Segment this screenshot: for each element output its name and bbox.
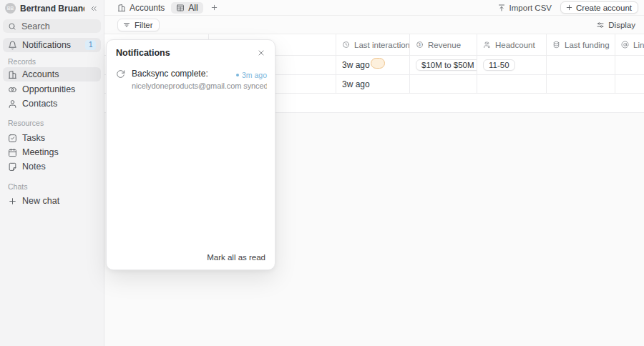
unread-dot-icon bbox=[236, 74, 239, 76]
people-icon bbox=[483, 41, 491, 49]
view-toolbar: Filter Display bbox=[104, 16, 644, 34]
sidebar-item-tasks[interactable]: Tasks bbox=[3, 131, 101, 145]
plus-icon bbox=[210, 4, 218, 11]
cell-last-funding[interactable] bbox=[547, 75, 615, 93]
popup-title: Notifications bbox=[116, 48, 255, 58]
mark-all-read-button[interactable]: Mark all as read bbox=[207, 253, 265, 262]
sidebar-item-contacts[interactable]: Contacts bbox=[3, 97, 101, 111]
close-icon[interactable] bbox=[255, 47, 267, 59]
tab-bar: Accounts All Import CSV bbox=[104, 0, 644, 16]
sidebar-item-accounts[interactable]: Accounts bbox=[3, 67, 101, 81]
column-header-last-funding[interactable]: Last funding bbox=[547, 34, 615, 55]
sidebar-item-label: New chat bbox=[22, 196, 59, 206]
column-label: LinkedIn bbox=[633, 41, 644, 49]
cell-linkedin[interactable] bbox=[615, 56, 644, 74]
sidebar-item-opportunities[interactable]: Opportunities bbox=[3, 82, 101, 97]
hidden-domain-pill bbox=[371, 58, 385, 69]
sidebar-item-label: Notes bbox=[22, 162, 46, 172]
column-label: Last funding bbox=[565, 41, 610, 49]
table-grid-icon bbox=[176, 4, 185, 12]
calendar-icon bbox=[8, 148, 17, 157]
circles-icon bbox=[8, 85, 17, 94]
sidebar-item-label: Meetings bbox=[22, 147, 59, 157]
sidebar-item-label: Notifications bbox=[22, 40, 71, 50]
search-input[interactable]: Search bbox=[3, 19, 101, 33]
sliders-icon bbox=[596, 21, 605, 29]
headcount-pill: 11-50 bbox=[483, 59, 515, 71]
sidebar-item-notes[interactable]: Notes bbox=[3, 159, 101, 174]
time-label: 3m ago bbox=[242, 71, 267, 79]
clock-icon bbox=[342, 41, 350, 49]
column-header-linkedin[interactable]: LinkedIn bbox=[615, 34, 644, 55]
notifications-badge: 1 bbox=[85, 40, 96, 50]
tab-accounts[interactable]: Accounts bbox=[117, 3, 165, 13]
filter-label: Filter bbox=[135, 21, 153, 29]
sidebar-item-meetings[interactable]: Meetings bbox=[3, 145, 101, 159]
sidebar: BB Bertrand Bruandet Search Notification… bbox=[0, 0, 104, 346]
column-label: Last interaction bbox=[354, 41, 410, 49]
search-icon bbox=[8, 22, 16, 31]
display-button[interactable]: Display bbox=[596, 21, 635, 29]
import-csv-button[interactable]: Import CSV bbox=[497, 4, 552, 12]
cell-revenue[interactable]: $10M to $50M bbox=[410, 56, 477, 74]
sidebar-item-notifications[interactable]: Notifications 1 bbox=[3, 38, 101, 52]
plus-icon bbox=[565, 4, 573, 11]
sidebar-item-label: Contacts bbox=[22, 99, 57, 109]
tab-label: All bbox=[188, 3, 197, 13]
cell-last-interaction[interactable]: 3w ago bbox=[336, 75, 410, 93]
import-icon bbox=[497, 4, 506, 12]
section-label-resources: Resources bbox=[3, 118, 101, 127]
cell-linkedin[interactable] bbox=[615, 75, 644, 93]
filter-lines-icon bbox=[122, 21, 131, 29]
note-icon bbox=[8, 162, 17, 172]
cell-headcount[interactable]: 11-50 bbox=[477, 56, 547, 74]
chevrons-left-icon bbox=[89, 4, 98, 13]
import-csv-label: Import CSV bbox=[509, 4, 552, 12]
tab-actions: Import CSV Create account bbox=[497, 1, 638, 14]
person-icon bbox=[8, 99, 17, 109]
notification-text: Backsync complete: 3m ago nicelydoneprod… bbox=[132, 68, 267, 92]
at-sign-icon bbox=[621, 41, 629, 49]
notification-item[interactable]: Backsync complete: 3m ago nicelydoneprod… bbox=[107, 61, 275, 98]
cell-revenue[interactable] bbox=[410, 75, 477, 93]
notification-time: 3m ago bbox=[236, 71, 267, 79]
check-square-icon bbox=[8, 134, 17, 143]
avatar: BB bbox=[5, 3, 16, 14]
sidebar-item-new-chat[interactable]: New chat bbox=[3, 194, 101, 208]
plus-icon bbox=[8, 197, 17, 206]
tab-label: Accounts bbox=[130, 3, 165, 13]
user-name: Bertrand Bruandet bbox=[20, 4, 84, 14]
collapse-sidebar-button[interactable] bbox=[89, 4, 99, 14]
notifications-popup: Notifications Backsync complete: 3m ago … bbox=[106, 39, 275, 270]
popup-header: Notifications bbox=[107, 40, 275, 61]
workspace-user-row[interactable]: BB Bertrand Bruandet bbox=[3, 0, 101, 16]
revenue-pill: $10M to $50M bbox=[416, 59, 477, 71]
popup-footer: Mark all as read bbox=[107, 245, 275, 270]
section-label-chats: Chats bbox=[3, 182, 101, 191]
cell-value: 3w ago bbox=[342, 79, 370, 89]
add-view-button[interactable] bbox=[209, 2, 220, 13]
section-label-records: Records bbox=[3, 56, 101, 66]
cell-value: 3w ago bbox=[342, 60, 370, 70]
column-label: Revenue bbox=[428, 41, 461, 49]
notification-title: Backsync complete: bbox=[132, 68, 232, 80]
column-header-revenue[interactable]: $ Revenue bbox=[410, 34, 477, 55]
notification-subtitle: nicelydoneproducts@gmail.com synced... bbox=[132, 80, 267, 92]
filter-button[interactable]: Filter bbox=[117, 19, 160, 31]
column-header-last-interaction[interactable]: Last interaction bbox=[336, 34, 410, 55]
building-icon bbox=[117, 4, 126, 12]
create-account-button[interactable]: Create account bbox=[560, 1, 638, 14]
sidebar-item-label: Tasks bbox=[22, 133, 45, 143]
cell-headcount[interactable] bbox=[477, 75, 547, 93]
sidebar-item-label: Accounts bbox=[22, 69, 59, 79]
cell-last-funding[interactable] bbox=[547, 56, 615, 74]
bell-icon bbox=[8, 41, 17, 50]
column-label: Headcount bbox=[495, 41, 535, 49]
sidebar-item-label: Opportunities bbox=[22, 84, 75, 94]
tab-view-all[interactable]: All bbox=[171, 2, 203, 14]
search-placeholder: Search bbox=[21, 21, 50, 31]
column-header-headcount[interactable]: Headcount bbox=[477, 34, 547, 55]
dollar-circle-icon: $ bbox=[416, 41, 424, 49]
refresh-icon bbox=[116, 69, 125, 79]
svg-text:$: $ bbox=[419, 42, 421, 46]
